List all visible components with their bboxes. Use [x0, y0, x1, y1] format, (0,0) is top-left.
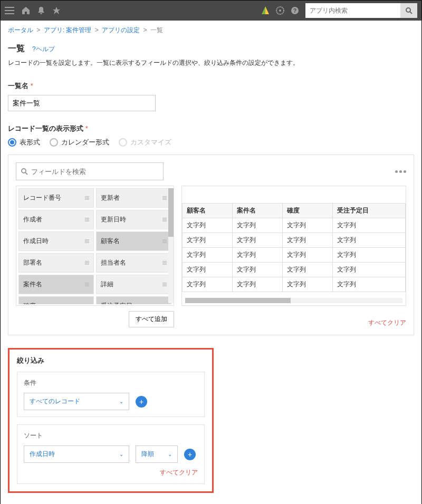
- svg-point-1: [279, 9, 281, 12]
- clear-all-link[interactable]: すべてクリア: [368, 319, 406, 326]
- field-item[interactable]: レコード番号: [18, 188, 94, 208]
- table-header: 確度: [282, 203, 332, 218]
- table-cell: 文字列: [282, 218, 332, 233]
- more-options-icon[interactable]: [395, 170, 406, 173]
- listname-input[interactable]: [8, 95, 156, 111]
- star-icon[interactable]: [52, 6, 61, 15]
- crumb-app[interactable]: アプリ: 案件管理: [44, 26, 92, 34]
- condition-label: 条件: [24, 379, 198, 387]
- crumb-portal[interactable]: ポータル: [8, 26, 33, 34]
- table-header: 顧客名: [183, 203, 233, 218]
- table-header: 案件名: [232, 203, 282, 218]
- field-search[interactable]: [16, 162, 164, 180]
- table-cell: 文字列: [183, 218, 233, 233]
- grip-icon: [85, 283, 89, 286]
- field-item[interactable]: 受注予定日: [96, 296, 171, 304]
- add-condition-button[interactable]: +: [136, 396, 147, 408]
- svg-text:?: ?: [293, 8, 296, 14]
- format-designer: レコード番号更新者作成者更新日時作成日時顧客名部署名担当者名案件名詳細確度受注予…: [8, 154, 414, 335]
- table-cell: 文字列: [183, 248, 233, 263]
- field-scroll[interactable]: [168, 188, 174, 303]
- preview-table: 顧客名案件名確度受注予定日 文字列文字列文字列文字列文字列文字列文字列文字列文字…: [182, 203, 406, 292]
- field-item[interactable]: 作成者: [18, 210, 94, 229]
- field-item[interactable]: 更新者: [96, 188, 171, 208]
- grip-icon: [162, 261, 167, 265]
- grip-icon: [162, 283, 167, 286]
- field-item[interactable]: 作成日時: [18, 231, 94, 251]
- sort-field-select[interactable]: 作成日時 ⌄: [24, 445, 129, 463]
- field-item[interactable]: 更新日時: [96, 210, 171, 229]
- table-cell: 文字列: [183, 233, 233, 248]
- chevron-down-icon: ⌄: [168, 451, 172, 457]
- grip-icon: [162, 196, 167, 200]
- svg-point-4: [406, 8, 410, 12]
- table-header: 受注予定日: [332, 203, 405, 218]
- table-cell: 文字列: [282, 233, 332, 248]
- radio-custom: カスタマイズ: [119, 138, 171, 147]
- field-item[interactable]: 担当者名: [96, 253, 171, 273]
- table-preview-pane: 顧客名案件名確度受注予定日 文字列文字列文字列文字列文字列文字列文字列文字列文字…: [181, 186, 406, 306]
- bell-icon[interactable]: [37, 6, 45, 15]
- condition-group: 条件 すべてのレコード ⌄ +: [17, 372, 205, 417]
- table-row: 文字列文字列文字列文字列: [183, 218, 406, 233]
- search-icon: [21, 168, 28, 175]
- condition-select[interactable]: すべてのレコード ⌄: [24, 393, 129, 410]
- search-input[interactable]: [305, 3, 400, 18]
- format-radios: 表形式 カレンダー形式 カスタマイズ: [8, 138, 414, 147]
- field-item[interactable]: 確度: [18, 296, 94, 304]
- search-box: [305, 3, 417, 18]
- format-label: レコード一覧の表示形式 *: [8, 124, 414, 133]
- table-cell: 文字列: [232, 218, 282, 233]
- table-cell: 文字列: [232, 248, 282, 263]
- chevron-down-icon: ⌄: [119, 399, 123, 404]
- filter-title: 絞り込み: [17, 356, 205, 365]
- grip-icon: [162, 239, 167, 243]
- sort-group: ソート 作成日時 ⌄ 降順 ⌄ + すべてクリア: [17, 424, 205, 484]
- table-cell: 文字列: [232, 233, 282, 248]
- grip-icon: [85, 261, 89, 265]
- table-cell: 文字列: [332, 233, 405, 248]
- field-item[interactable]: 顧客名: [96, 231, 171, 251]
- topbar-left: [5, 6, 261, 15]
- table-cell: 文字列: [232, 277, 282, 292]
- add-all-button[interactable]: すべて追加: [129, 311, 174, 327]
- crumb-settings[interactable]: アプリの設定: [102, 26, 140, 34]
- table-cell: 文字列: [282, 277, 332, 292]
- filter-clear-link[interactable]: すべてクリア: [160, 469, 198, 476]
- field-search-input[interactable]: [28, 168, 159, 176]
- home-icon[interactable]: [22, 6, 30, 15]
- search-button[interactable]: [400, 3, 417, 18]
- crumb-current: 一覧: [150, 26, 163, 34]
- table-cell: 文字列: [282, 263, 332, 277]
- gear-icon[interactable]: [276, 6, 284, 15]
- grip-icon: [85, 239, 89, 243]
- menu-icon[interactable]: [5, 7, 14, 14]
- grip-icon: [85, 218, 89, 221]
- field-item[interactable]: 詳細: [96, 275, 171, 294]
- field-item[interactable]: 部署名: [18, 253, 94, 273]
- help-link[interactable]: ?ヘルプ: [32, 45, 55, 54]
- table-cell: 文字列: [232, 263, 282, 277]
- help-icon[interactable]: ?: [291, 6, 299, 15]
- field-item[interactable]: 案件名: [18, 275, 94, 294]
- add-sort-button[interactable]: +: [184, 449, 196, 460]
- radio-table[interactable]: 表形式: [8, 138, 40, 147]
- topbar-right: ?: [261, 3, 417, 18]
- table-cell: 文字列: [183, 277, 233, 292]
- table-row: 文字列文字列文字列文字列: [183, 248, 406, 263]
- table-cell: 文字列: [332, 263, 405, 277]
- table-row: 文字列文字列文字列文字列: [183, 277, 406, 292]
- radio-calendar[interactable]: カレンダー形式: [50, 138, 109, 147]
- svg-point-5: [22, 169, 26, 173]
- table-hscroll[interactable]: [185, 298, 402, 303]
- sort-order-select[interactable]: 降順 ⌄: [136, 445, 178, 463]
- table-cell: 文字列: [183, 263, 233, 277]
- table-cell: 文字列: [282, 248, 332, 263]
- leaf-icon: [261, 6, 270, 15]
- field-list-pane: レコード番号更新者作成者更新日時作成日時顧客名部署名担当者名案件名詳細確度受注予…: [16, 186, 174, 306]
- table-row: 文字列文字列文字列文字列: [183, 233, 406, 248]
- grip-icon: [85, 196, 89, 200]
- breadcrumb: ポータル > アプリ: 案件管理 > アプリの設定 > 一覧: [1, 21, 421, 38]
- page-desc: レコードの一覧を設定します。一覧に表示するフィールドの選択や、絞り込み条件の設定…: [8, 59, 414, 67]
- chevron-down-icon: ⌄: [119, 451, 123, 457]
